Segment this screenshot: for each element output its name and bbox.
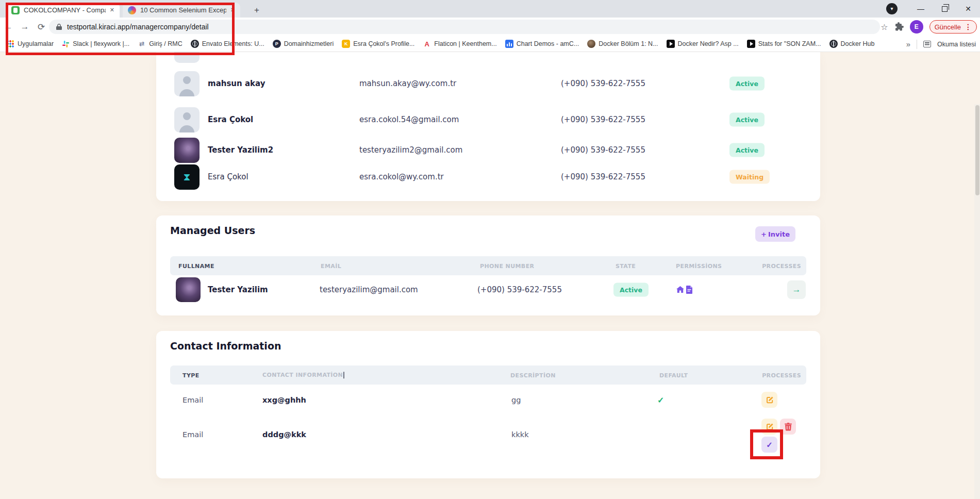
profile-avatar[interactable]: E (910, 20, 923, 34)
user-avatar (174, 107, 200, 132)
bookmarks-overflow-icon[interactable]: » (906, 40, 910, 48)
invite-button[interactable]: + Invite (755, 226, 795, 242)
browser-menu-icon[interactable]: ⋮ (965, 23, 972, 31)
letter-k-icon: K (342, 40, 350, 48)
new-tab-button[interactable]: + (251, 4, 263, 16)
contact-value: dddg@kkk (262, 430, 306, 439)
table-header: FULLNAME EMAİL PHONE NUMBER STATE PERMİS… (170, 256, 806, 275)
browser-window: COKOLCOMPANY - Company De ✕ 10 Common Se… (0, 0, 980, 499)
toolbar-right: ☆ E Güncelle ⋮ (881, 18, 977, 36)
user-phone: (+090) 539-622-7555 (477, 285, 562, 294)
page-scrollbar[interactable] (974, 104, 980, 499)
document-icon (686, 286, 693, 294)
col-default: DEFAULT (659, 372, 688, 378)
user-phone: (+090) 539-622-7555 (561, 115, 645, 124)
video-icon (747, 40, 755, 48)
user-name: Tester Yazilim2 (208, 145, 273, 155)
user-email: testeryazilim@gmail.com (320, 285, 418, 294)
user-name: mahsun akay (208, 79, 265, 88)
users-card: mahsun akay mahsun.akay@wy.com.tr (+090)… (156, 52, 820, 201)
window-controls: ▾ — ✕ (886, 0, 980, 18)
col-processes: PROCESSES (762, 262, 801, 269)
user-phone: (+090) 539-622-7555 (561, 172, 645, 181)
user-name: Esra Çokol (208, 172, 248, 181)
col-state: STATE (616, 262, 636, 269)
bookmark-docker-nedir[interactable]: Docker Nedir? Asp ... (667, 40, 739, 48)
user-name: Tester Yazilim (208, 285, 268, 294)
user-phone: (+090) 539-622-7555 (561, 145, 645, 155)
reading-list-label[interactable]: Okuma listesi (937, 41, 976, 48)
edit-icon (766, 396, 774, 404)
text-cursor (343, 372, 344, 378)
divider (917, 40, 917, 49)
minimize-button[interactable]: — (909, 0, 933, 18)
user-phone: (+090) 539-622-7555 (561, 79, 645, 88)
bookmark-docker-hub[interactable]: Docker Hub (829, 40, 875, 48)
permissions-icons (676, 286, 693, 294)
status-badge: Active (729, 113, 765, 127)
go-detail-button[interactable]: → (787, 280, 806, 299)
contact-description: gg (511, 396, 521, 404)
reading-list-icon (923, 41, 931, 47)
managed-users-card: Managed Users + Invite FULLNAME EMAİL PH… (156, 215, 820, 315)
contact-type: Email (182, 430, 203, 439)
status-badge: Active (613, 283, 649, 297)
bookmark-domainhizmetleri[interactable]: PDomainhizmetleri (273, 40, 334, 48)
user-avatar (174, 71, 200, 96)
trash-icon (785, 423, 792, 431)
section-title: Managed Users (170, 225, 255, 236)
user-name: Esra Çokol (208, 115, 253, 124)
close-window-button[interactable]: ✕ (956, 0, 980, 18)
page-content: mahsun akay mahsun.akay@wy.com.tr (+090)… (0, 52, 980, 499)
section-title: Contact Information (170, 340, 281, 352)
col-contact-information: CONTACT INFORMATİON (262, 372, 344, 379)
media-controls-icon[interactable]: ▾ (886, 3, 898, 14)
status-badge: Waiting (729, 170, 770, 184)
bookmark-stats-son-zam[interactable]: Stats for "SON ZAM... (747, 40, 821, 48)
contact-value: xxg@ghhh (262, 396, 306, 404)
table-header: TYPE CONTACT INFORMATİON DESCRİPTİON DEF… (170, 365, 806, 385)
letter-p-icon: P (273, 40, 281, 48)
extensions-puzzle-icon[interactable] (894, 22, 904, 31)
scrollbar-thumb[interactable] (975, 105, 979, 195)
bookmark-amcharts[interactable]: Chart Demos - amC... (505, 40, 579, 48)
contact-type: Email (182, 396, 203, 404)
user-avatar (174, 138, 200, 163)
default-check-icon: ✓ (657, 395, 664, 405)
home-icon (676, 286, 685, 294)
bookmarks-right: » Okuma listesi (906, 36, 976, 52)
update-label: Güncelle (935, 23, 961, 31)
plus-icon: + (761, 230, 767, 238)
video-icon (667, 40, 675, 48)
annotation-box-confirm (750, 429, 783, 459)
bookmark-esra-profile[interactable]: KEsra Çokol's Profile... (342, 40, 414, 48)
restore-button[interactable] (933, 0, 956, 18)
col-fullname: FULLNAME (178, 262, 214, 269)
update-chrome-button[interactable]: Güncelle ⋮ (929, 20, 977, 34)
annotation-box-tabs (6, 3, 235, 55)
col-phone: PHONE NUMBER (480, 262, 534, 269)
photo-avatar-icon (587, 40, 595, 48)
col-processes: PROCESSES (762, 372, 801, 378)
bookmark-star-icon[interactable]: ☆ (881, 22, 888, 32)
user-email: esra.cokol@wy.com.tr (359, 172, 444, 181)
edit-button[interactable] (761, 392, 777, 408)
chart-icon (505, 40, 513, 48)
col-type: TYPE (182, 372, 200, 378)
bookmark-flaticon[interactable]: AFlaticon | Keenthem... (423, 40, 496, 48)
user-email: esra.cokol.54@gmail.com (359, 115, 459, 124)
col-description: DESCRİPTİON (510, 372, 556, 378)
status-badge: Active (729, 143, 765, 157)
user-email: mahsun.akay@wy.com.tr (359, 79, 456, 88)
status-badge: Active (729, 77, 765, 91)
bookmark-docker-bolum[interactable]: Docker Bölüm 1: N... (587, 40, 658, 48)
user-avatar: ⧗ (174, 164, 200, 190)
col-email: EMAİL (321, 262, 341, 269)
globe-icon (829, 40, 838, 48)
col-permissions: PERMİSSİONS (676, 262, 722, 269)
user-avatar (176, 277, 201, 302)
user-email: testeryazilim2@gmail.com (359, 145, 462, 155)
restore-icon (942, 6, 948, 12)
contact-info-card: Contact Information TYPE CONTACT INFORMA… (156, 331, 820, 478)
contact-description: kkkk (511, 430, 529, 439)
